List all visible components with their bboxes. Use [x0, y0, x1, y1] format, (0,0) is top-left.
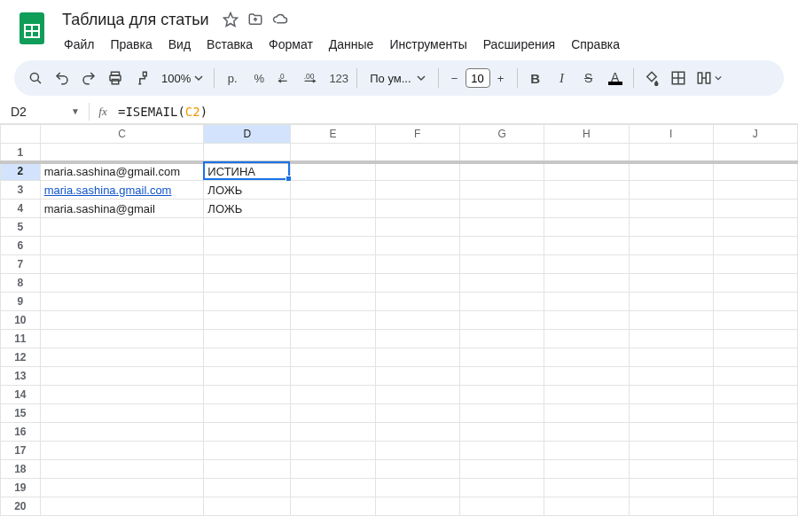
row-header[interactable]: 4 [1, 200, 41, 218]
cell[interactable] [291, 218, 375, 237]
cell[interactable] [544, 460, 629, 479]
cell[interactable] [40, 274, 204, 293]
zoom-select[interactable]: 100% [156, 72, 208, 85]
cell[interactable] [629, 348, 713, 367]
cell[interactable] [629, 367, 713, 386]
cell[interactable] [713, 497, 797, 516]
decrease-decimal-icon[interactable]: .0 [273, 66, 298, 90]
cell[interactable] [375, 404, 459, 423]
cell[interactable] [375, 162, 459, 181]
cell[interactable] [375, 237, 459, 255]
cell[interactable] [713, 255, 797, 274]
cell[interactable] [629, 293, 713, 311]
cell[interactable] [459, 255, 544, 274]
cell[interactable]: maria.sashina@gmail.com [40, 162, 204, 181]
row-header[interactable]: 12 [1, 348, 41, 367]
cell[interactable] [544, 181, 629, 200]
cell[interactable] [713, 293, 797, 311]
cell[interactable] [629, 311, 713, 330]
cell[interactable] [629, 442, 713, 460]
cell[interactable] [40, 348, 204, 367]
cell[interactable] [544, 367, 629, 386]
row-header[interactable]: 16 [1, 423, 41, 442]
redo-icon[interactable] [76, 66, 101, 90]
cell[interactable] [40, 423, 204, 442]
cloud-status-icon[interactable] [271, 11, 289, 28]
cell[interactable] [629, 423, 713, 442]
column-header[interactable]: J [713, 125, 797, 144]
cell[interactable] [375, 293, 459, 311]
cell[interactable] [544, 200, 629, 218]
cell[interactable] [459, 423, 544, 442]
cell[interactable] [40, 144, 204, 162]
cell[interactable] [713, 367, 797, 386]
cell[interactable] [291, 162, 375, 181]
cell[interactable] [544, 479, 629, 497]
cell[interactable] [375, 442, 459, 460]
cell[interactable] [713, 386, 797, 404]
cell[interactable] [544, 386, 629, 404]
cell[interactable] [459, 479, 544, 497]
cell[interactable] [459, 497, 544, 516]
cell[interactable] [204, 404, 291, 423]
font-family-select[interactable]: По ум... [363, 72, 432, 85]
row-header[interactable]: 8 [1, 274, 41, 293]
cell[interactable] [713, 311, 797, 330]
cell[interactable] [40, 255, 204, 274]
cell[interactable] [375, 367, 459, 386]
currency-button[interactable]: р. [220, 66, 245, 90]
spreadsheet-grid[interactable]: CDEFGHIJ12maria.sashina@gmail.comИСТИНА3… [0, 124, 798, 523]
column-header[interactable]: I [629, 125, 713, 144]
cell[interactable] [713, 404, 797, 423]
search-menu-icon[interactable] [23, 66, 48, 90]
cell[interactable] [40, 404, 204, 423]
cell[interactable] [629, 181, 713, 200]
column-header[interactable]: F [375, 125, 459, 144]
star-icon[interactable] [222, 11, 239, 28]
cell[interactable] [291, 423, 375, 442]
number-format-button[interactable]: 123 [326, 66, 351, 90]
cell[interactable] [713, 442, 797, 460]
menu-insert[interactable]: Вставка [200, 34, 260, 55]
row-header[interactable]: 14 [1, 386, 41, 404]
row-header[interactable]: 5 [1, 218, 41, 237]
formula-input[interactable]: =ISEMAIL(C2) [113, 105, 798, 119]
cell[interactable] [291, 404, 375, 423]
cell[interactable] [204, 255, 291, 274]
row-header[interactable]: 15 [1, 404, 41, 423]
row-header[interactable]: 9 [1, 293, 41, 311]
cell[interactable] [375, 200, 459, 218]
cell[interactable] [459, 386, 544, 404]
cell[interactable] [713, 479, 797, 497]
cell[interactable] [544, 442, 629, 460]
cell[interactable] [204, 218, 291, 237]
increase-font-icon[interactable]: + [490, 67, 512, 89]
paint-format-icon[interactable] [129, 66, 154, 90]
cell[interactable] [204, 460, 291, 479]
cell[interactable] [459, 218, 544, 237]
undo-icon[interactable] [50, 66, 74, 90]
cell[interactable] [629, 144, 713, 162]
cell[interactable] [544, 274, 629, 293]
cell[interactable] [375, 181, 459, 200]
column-header[interactable]: G [459, 125, 544, 144]
menu-edit[interactable]: Правка [103, 34, 159, 55]
cell[interactable]: ЛОЖЬ [204, 181, 291, 200]
cell[interactable] [375, 423, 459, 442]
row-header[interactable]: 10 [1, 311, 41, 330]
cell[interactable] [40, 442, 204, 460]
strikethrough-icon[interactable]: S [576, 66, 601, 90]
cell[interactable] [291, 479, 375, 497]
cell[interactable] [459, 330, 544, 348]
menu-file[interactable]: Файл [57, 34, 101, 55]
cell[interactable] [291, 367, 375, 386]
cell[interactable] [204, 479, 291, 497]
cell[interactable] [204, 497, 291, 516]
cell[interactable] [40, 479, 204, 497]
cell[interactable] [291, 442, 375, 460]
cell[interactable] [713, 423, 797, 442]
bold-icon[interactable]: B [523, 66, 548, 90]
cell[interactable] [544, 255, 629, 274]
font-size-input[interactable] [466, 68, 490, 88]
cell[interactable] [291, 144, 375, 162]
